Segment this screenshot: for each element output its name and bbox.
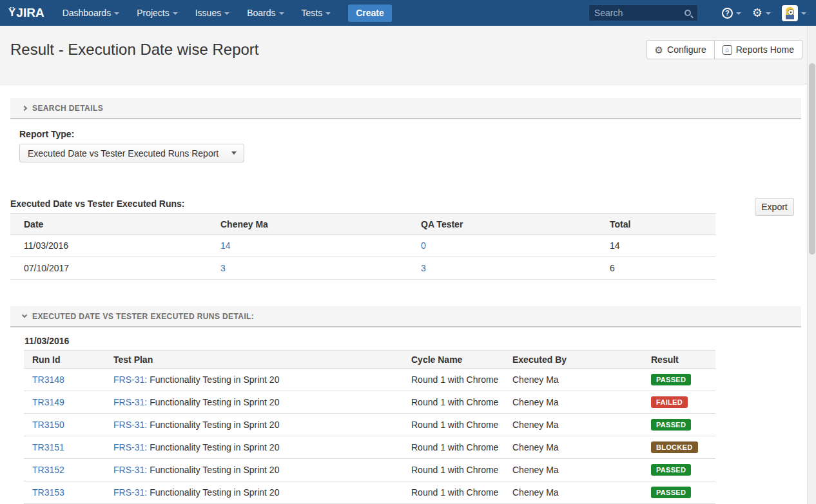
run-id-link[interactable]: TR3153 xyxy=(32,487,64,498)
executed-by-cell: Cheney Ma xyxy=(504,414,643,436)
gear-icon: ⚙ xyxy=(752,7,763,19)
scrollbar-track[interactable] xyxy=(807,26,816,504)
search-details-label: SEARCH DETAILS xyxy=(32,104,103,113)
nav-projects-label: Projects xyxy=(137,8,170,18)
nav-boards-label: Boards xyxy=(247,8,275,18)
avatar xyxy=(782,5,798,21)
table-row: TR3149 FRS-31:Functionality Testing in S… xyxy=(24,391,715,414)
test-plan-key-link[interactable]: FRS-31: xyxy=(113,374,147,385)
jira-logo[interactable]: Ÿ JIRA xyxy=(8,6,44,20)
navbar-search[interactable] xyxy=(588,5,698,21)
cycle-name-cell: Round 1 with Chrome xyxy=(403,459,504,481)
summary-table: Date Cheney Ma QA Tester Total 11/03/201… xyxy=(10,213,715,280)
detail-header-row: Run Id Test Plan Cycle Name Executed By … xyxy=(24,351,715,369)
cycle-name-cell: Round 1 with Chrome xyxy=(403,481,504,504)
search-details-toggle[interactable]: SEARCH DETAILS xyxy=(10,98,801,119)
run-count-link[interactable]: 14 xyxy=(220,240,231,251)
column-run-id: Run Id xyxy=(24,351,105,369)
cycle-name-cell: Round 1 with Chrome xyxy=(403,369,504,391)
user-menu[interactable] xyxy=(782,5,806,21)
test-plan-name: Functionality Testing in Sprint 20 xyxy=(150,465,279,475)
summary-header-row: Date Cheney Ma QA Tester Total xyxy=(10,214,715,235)
status-badge: PASSED xyxy=(651,487,691,498)
configure-button-label: Configure xyxy=(667,44,706,55)
chevron-down-icon xyxy=(224,12,229,15)
table-row: 07/10/2017 3 3 6 xyxy=(10,257,715,280)
test-plan-name: Functionality Testing in Sprint 20 xyxy=(150,442,279,452)
test-plan-key-link[interactable]: FRS-31: xyxy=(113,420,147,430)
status-badge: FAILED xyxy=(651,396,688,408)
detail-section-label: EXECUTED DATE VS TESTER EXECUTED RUNS DE… xyxy=(32,312,254,321)
report-type-label: Report Type: xyxy=(19,129,816,139)
table-row: TR3150 FRS-31:Functionality Testing in S… xyxy=(24,414,715,436)
search-input[interactable] xyxy=(594,8,685,18)
summary-heading: Executed Date vs Tester Executed Runs: xyxy=(10,199,816,209)
detail-section-toggle[interactable]: EXECUTED DATE VS TESTER EXECUTED RUNS DE… xyxy=(10,306,801,327)
page-title: Result - Execution Date wise Report xyxy=(10,41,646,59)
test-plan-key-link[interactable]: FRS-31: xyxy=(113,442,147,452)
nav-projects[interactable]: Projects xyxy=(137,8,178,18)
reports-home-button-label: Reports Home xyxy=(736,44,794,55)
report-type-value: Executed Date vs Tester Executed Runs Re… xyxy=(28,148,231,159)
table-row: TR3148 FRS-31:Functionality Testing in S… xyxy=(24,369,715,391)
nav-issues[interactable]: Issues xyxy=(195,8,229,18)
configure-button[interactable]: ⚙ Configure xyxy=(646,40,715,59)
export-button[interactable]: Export xyxy=(755,198,794,216)
cycle-name-cell: Round 1 with Chrome xyxy=(403,414,504,436)
chevron-down-icon xyxy=(801,12,806,15)
run-id-link[interactable]: TR3150 xyxy=(32,420,64,430)
run-count-link[interactable]: 3 xyxy=(421,263,426,273)
main-content: SEARCH DETAILS Report Type: Executed Dat… xyxy=(0,98,816,504)
test-plan-key-link[interactable]: FRS-31: xyxy=(113,465,147,475)
header-button-group: ⚙ Configure ⌂ Reports Home xyxy=(646,40,802,59)
test-plan-name: Functionality Testing in Sprint 20 xyxy=(150,397,279,407)
scrollbar-thumb[interactable] xyxy=(809,63,815,255)
test-plan-key-link[interactable]: FRS-31: xyxy=(113,487,147,498)
run-count-link[interactable]: 3 xyxy=(220,263,226,273)
total-cell: 6 xyxy=(596,257,715,280)
status-badge: PASSED xyxy=(651,464,691,476)
date-cell: 11/03/2016 xyxy=(10,235,207,257)
executed-by-cell: Cheney Ma xyxy=(504,459,643,481)
executed-by-cell: Cheney Ma xyxy=(504,391,643,414)
column-cycle-name: Cycle Name xyxy=(403,351,504,369)
search-icon[interactable] xyxy=(685,10,691,16)
create-button[interactable]: Create xyxy=(348,5,392,22)
nav-dashboards-label: Dashboards xyxy=(63,8,112,18)
report-type-select[interactable]: Executed Date vs Tester Executed Runs Re… xyxy=(19,144,244,162)
gear-icon: ⚙ xyxy=(655,45,663,55)
help-icon: ? xyxy=(722,8,733,19)
test-plan-name: Functionality Testing in Sprint 20 xyxy=(150,374,279,385)
chevron-down-icon xyxy=(114,12,119,15)
status-badge: PASSED xyxy=(651,374,691,385)
chevron-down-icon xyxy=(766,12,771,15)
nav-tests[interactable]: Tests xyxy=(302,8,331,18)
column-date: Date xyxy=(10,214,207,235)
help-menu[interactable]: ? xyxy=(722,8,741,19)
run-count-link[interactable]: 0 xyxy=(421,240,426,251)
page-header: Result - Execution Date wise Report ⚙ Co… xyxy=(0,26,816,84)
run-id-link[interactable]: TR3151 xyxy=(32,442,64,452)
top-navbar: Ÿ JIRA Dashboards Projects Issues Boards… xyxy=(0,0,816,26)
admin-menu[interactable]: ⚙ xyxy=(752,7,771,19)
cycle-name-cell: Round 1 with Chrome xyxy=(403,436,504,459)
chevron-down-icon xyxy=(736,12,741,15)
test-plan-name: Functionality Testing in Sprint 20 xyxy=(150,487,279,498)
nav-boards[interactable]: Boards xyxy=(247,8,284,18)
table-row: TR3151 FRS-31:Functionality Testing in S… xyxy=(24,436,715,459)
executed-by-cell: Cheney Ma xyxy=(504,481,643,504)
run-id-link[interactable]: TR3148 xyxy=(32,374,64,385)
avatar-image xyxy=(786,7,794,19)
table-row: TR3152 FRS-31:Functionality Testing in S… xyxy=(24,459,715,481)
jira-logo-text: JIRA xyxy=(16,6,44,20)
reports-home-button[interactable]: ⌂ Reports Home xyxy=(714,40,802,59)
detail-table: Run Id Test Plan Cycle Name Executed By … xyxy=(24,350,715,504)
chevron-right-icon xyxy=(22,105,27,110)
chevron-down-icon xyxy=(173,12,178,15)
nav-dashboards[interactable]: Dashboards xyxy=(63,8,120,18)
run-id-link[interactable]: TR3152 xyxy=(32,465,64,475)
test-plan-key-link[interactable]: FRS-31: xyxy=(113,397,147,407)
column-qa-tester: QA Tester xyxy=(407,214,596,235)
test-plan-name: Functionality Testing in Sprint 20 xyxy=(150,420,279,430)
run-id-link[interactable]: TR3149 xyxy=(32,397,64,407)
